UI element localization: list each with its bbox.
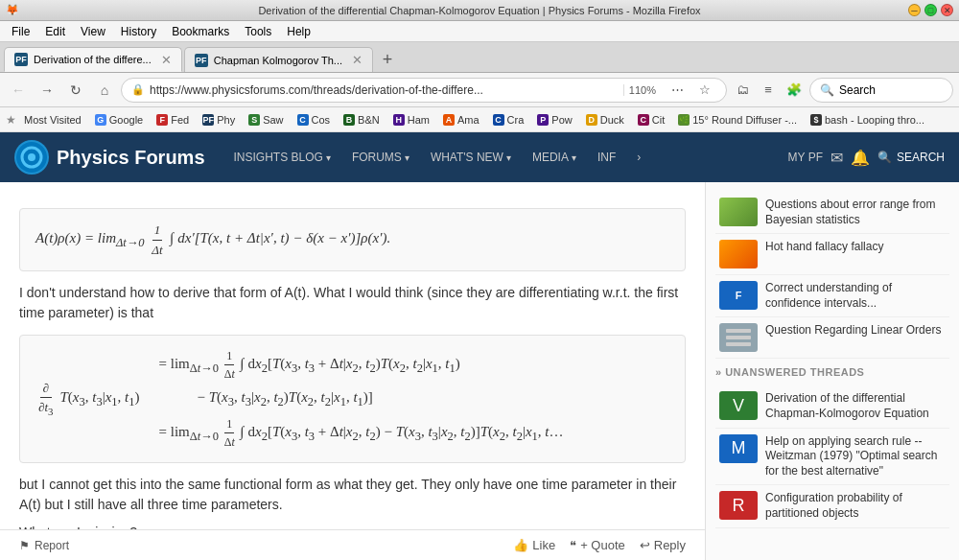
bookmark-cra[interactable]: C Cra xyxy=(487,112,530,128)
my-pf-link[interactable]: MY PF xyxy=(788,151,823,164)
bookmark-ham[interactable]: H Ham xyxy=(387,112,435,128)
search-bar[interactable]: 🔍 Search xyxy=(809,78,953,103)
duck-icon: D xyxy=(586,114,597,126)
minimize-button[interactable]: ─ xyxy=(908,4,921,16)
bookmark-ban-label: B&N xyxy=(358,114,380,126)
sidebar-related-4[interactable]: Question Regarding Linear Orders xyxy=(715,317,949,359)
window-controls: ─ □ ✕ xyxy=(908,4,953,16)
nav-forums[interactable]: FORUMS ▾ xyxy=(342,145,419,170)
back-button[interactable]: ← xyxy=(6,78,31,103)
pf-logo-icon xyxy=(14,140,49,175)
url-bar[interactable]: 🔒 https://www.physicsforums.com/threads/… xyxy=(121,78,727,103)
bookmark-bash[interactable]: $ bash - Looping thro... xyxy=(805,112,930,128)
nav-media[interactable]: MEDIA ▾ xyxy=(523,145,586,170)
menu-bookmarks[interactable]: Bookmarks xyxy=(164,23,237,40)
bookmark-cra-label: Cra xyxy=(507,114,525,126)
bookmark-saw[interactable]: S Saw xyxy=(243,112,289,128)
sidebar-related-1[interactable]: Questions about error range from Bayesia… xyxy=(715,192,949,234)
nav-forums-label: FORUMS xyxy=(352,151,402,164)
unanswered-item-2[interactable]: M Help on applying search rule -- Weitzm… xyxy=(715,429,949,486)
menu-edit[interactable]: Edit xyxy=(37,23,73,40)
extensions-icon[interactable]: 🧩 xyxy=(783,79,806,102)
nav-more[interactable]: › xyxy=(627,145,650,170)
math-text-1: A(t)ρ(x) = limΔt→0 1 Δt ∫ dx′[T(x, t + Δ… xyxy=(35,230,390,245)
report-area[interactable]: ⚑ Report xyxy=(19,539,69,552)
content-area: A(t)ρ(x) = limΔt→0 1 Δt ∫ dx′[T(x, t + Δ… xyxy=(0,182,959,560)
bookmark-google[interactable]: G Google xyxy=(89,112,149,128)
bookmark-fed-label: Fed xyxy=(171,114,189,126)
bookmark-bash-label: bash - Looping thro... xyxy=(825,114,924,126)
bookmark-phy[interactable]: PF Phy xyxy=(197,112,241,128)
sidebar-text-2: Hot hand fallacy fallacy xyxy=(765,240,883,255)
bookmark-phy-label: Phy xyxy=(217,114,235,126)
menu-view[interactable]: View xyxy=(73,23,113,40)
tab1-close[interactable]: ✕ xyxy=(161,53,172,67)
tab1-favicon: PF xyxy=(14,53,28,66)
reader-icon[interactable]: ≡ xyxy=(757,79,780,102)
close-button[interactable]: ✕ xyxy=(941,4,953,16)
pf-logo[interactable]: Physics Forums xyxy=(14,140,205,175)
reload-button[interactable]: ↻ xyxy=(63,78,88,103)
maximize-button[interactable]: □ xyxy=(924,4,937,16)
pf-logo-text: Physics Forums xyxy=(57,147,205,169)
menu-file[interactable]: File xyxy=(4,23,37,40)
nav-inf[interactable]: INF xyxy=(588,145,625,170)
window-title: Derivation of the differential Chapman-K… xyxy=(258,5,700,16)
like-button[interactable]: 👍 Like xyxy=(513,538,555,552)
unanswered-item-3[interactable]: R Configuration probability of partition… xyxy=(715,485,949,527)
bookmark-diffuser[interactable]: 🌿 15° Round Diffuser -... xyxy=(672,112,803,128)
like-label: Like xyxy=(532,538,555,552)
cos-icon: C xyxy=(297,114,309,126)
unanswered-thumb-label-3: R xyxy=(733,496,745,516)
sidebar-related-2[interactable]: Hot hand fallacy fallacy xyxy=(715,234,949,275)
search-button[interactable]: 🔍 SEARCH xyxy=(877,151,945,164)
unanswered-thumb-3: R xyxy=(719,491,758,520)
unanswered-item-1[interactable]: V Derivation of the differential Chapman… xyxy=(715,385,949,428)
bookmark-most-visited[interactable]: Most Visited xyxy=(18,112,87,128)
nav-media-label: MEDIA xyxy=(532,151,569,164)
report-label: Report xyxy=(35,539,69,552)
google-icon: G xyxy=(95,114,106,126)
bookmark-cos[interactable]: C Cos xyxy=(292,112,337,128)
tab2-close[interactable]: ✕ xyxy=(352,53,363,67)
nav-whats-new[interactable]: WHAT'S NEW ▾ xyxy=(421,145,521,170)
main-container: Physics Forums INSIGHTS BLOG ▾ FORUMS ▾ … xyxy=(0,132,959,560)
bell-icon[interactable]: 🔔 xyxy=(851,149,870,167)
whats-new-arrow-icon: ▾ xyxy=(506,152,511,163)
search-magnify-icon: 🔍 xyxy=(877,151,892,164)
email-icon[interactable]: ✉ xyxy=(830,149,843,167)
forward-button[interactable]: → xyxy=(35,78,59,103)
ama-icon: A xyxy=(443,114,455,126)
article-text-1: I don't understand how to derive that fo… xyxy=(19,283,686,323)
tab-chapman[interactable]: PF Chapman Kolmogorov Th... ✕ xyxy=(184,47,373,72)
bookmark-ama[interactable]: A Ama xyxy=(437,112,485,128)
menu-history[interactable]: History xyxy=(113,23,164,40)
more-icon[interactable]: ⋯ xyxy=(666,79,689,102)
nav-insights[interactable]: INSIGHTS BLOG ▾ xyxy=(224,145,340,170)
home-button[interactable]: ⌂ xyxy=(92,78,117,103)
math-display-1: A(t)ρ(x) = limΔt→0 1 Δt ∫ dx′[T(x, t + Δ… xyxy=(19,208,686,271)
bookmark-pow[interactable]: P Pow xyxy=(531,112,577,128)
sidebar-related-3[interactable]: F Correct understanding of confidence in… xyxy=(715,275,949,317)
bookmark-duck[interactable]: D Duck xyxy=(580,112,630,128)
unanswered-text-3: Configuration probability of partitioned… xyxy=(765,491,946,521)
bookmark-fed[interactable]: F Fed xyxy=(151,112,195,128)
containers-icon[interactable]: 🗂 xyxy=(731,79,754,102)
pow-icon: P xyxy=(537,114,549,126)
bookmark-google-label: Google xyxy=(109,114,143,126)
pf-wrapper: Physics Forums INSIGHTS BLOG ▾ FORUMS ▾ … xyxy=(0,132,959,560)
action-bar: ⚑ Report 👍 Like ❝ + Quote ↩ xyxy=(0,529,705,560)
reply-button[interactable]: ↩ Reply xyxy=(640,538,686,552)
new-tab-button[interactable]: + xyxy=(375,47,400,72)
menu-tools[interactable]: Tools xyxy=(237,23,279,40)
pf-nav: INSIGHTS BLOG ▾ FORUMS ▾ WHAT'S NEW ▾ ME… xyxy=(224,145,769,170)
bookmark-cit[interactable]: C Cit xyxy=(632,112,670,128)
bookmark-ban[interactable]: B B&N xyxy=(338,112,386,128)
menu-help[interactable]: Help xyxy=(279,23,318,40)
quote-button[interactable]: ❝ + Quote xyxy=(570,538,625,552)
bookmark-star-icon[interactable]: ☆ xyxy=(693,79,716,102)
unanswered-title: » UNANSWERED THREADS xyxy=(715,366,949,378)
tab-derivation[interactable]: PF Derivation of the differe... ✕ xyxy=(4,47,182,72)
bookmark-saw-label: Saw xyxy=(263,114,283,126)
ham-icon: H xyxy=(393,114,405,126)
